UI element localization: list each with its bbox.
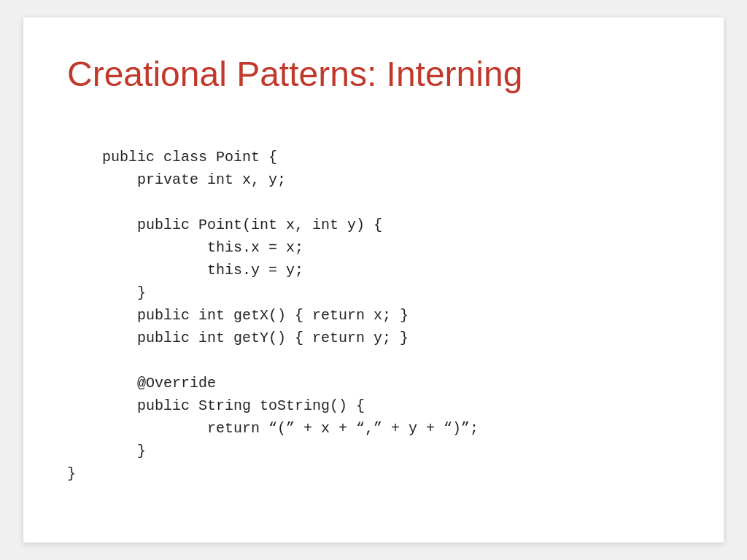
code-line-10 [67,352,76,369]
code-line-9: public int getY() { return y; } [67,330,409,346]
code-line-15: } [67,465,76,482]
code-line-8: public int getX() { return x; } [67,307,409,324]
code-line-11: @Override [67,375,216,392]
code-line-7: } [67,284,146,301]
code-block: public class Point { private int x, y; p… [67,123,680,508]
slide: Creational Patterns: Interning public cl… [23,18,724,542]
code-line-12: public String toString() { [67,397,365,414]
code-line-6: this.y = y; [67,262,303,279]
code-line-13: return “(” + x + “,” + y + “)”; [67,420,479,437]
code-line-1: public class Point { [102,149,277,166]
code-line-14: } [67,443,146,459]
code-line-2: private int x, y; [67,171,286,188]
code-line-4: public Point(int x, int y) { [67,217,382,233]
code-line-5: this.x = x; [67,239,303,256]
slide-title: Creational Patterns: Interning [67,54,680,94]
code-line-3 [67,194,76,211]
